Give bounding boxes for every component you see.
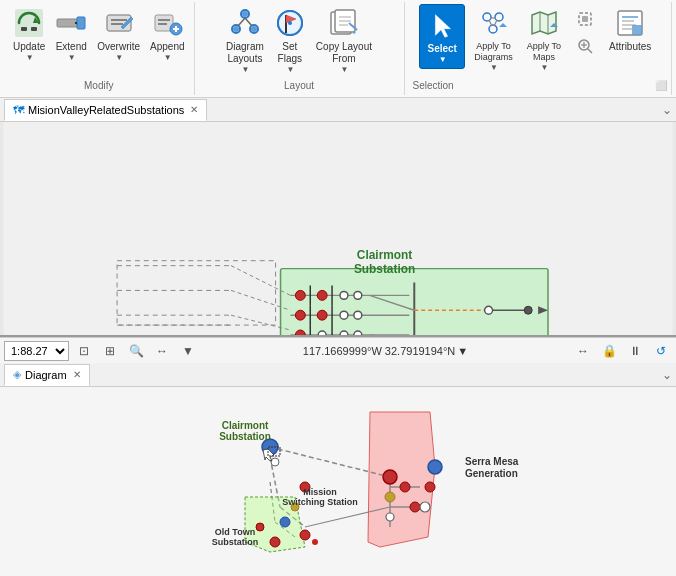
svg-point-119: [400, 482, 410, 492]
zoom-icon: [575, 36, 595, 56]
svg-point-75: [295, 310, 305, 320]
extend-icon: [55, 7, 87, 39]
overwrite-icon: [103, 7, 135, 39]
bottom-tab-expand[interactable]: ⌄: [662, 368, 672, 382]
pan-icon: [575, 9, 595, 29]
attributes-button[interactable]: Attributes: [604, 4, 656, 56]
svg-rect-58: [632, 25, 642, 35]
diagram-layouts-button[interactable]: Diagram Layouts ▼: [221, 4, 269, 77]
apply-to-diagrams-icon: [477, 7, 509, 39]
svg-point-128: [312, 539, 318, 545]
lock-scale-button[interactable]: 🔒: [598, 340, 620, 362]
apply-to-maps-button[interactable]: Apply To Maps ▼: [522, 4, 566, 75]
top-coordinates-display[interactable]: 117.1669999°W 32.7919194°N ▼: [203, 345, 568, 357]
svg-point-124: [256, 523, 264, 531]
mision-valley-tab-close[interactable]: ✕: [190, 104, 198, 115]
svg-rect-48: [582, 16, 588, 22]
svg-marker-43: [499, 23, 507, 27]
svg-point-38: [495, 13, 503, 21]
apply-maps-dropdown[interactable]: ▼: [540, 63, 548, 72]
diagram-tab[interactable]: ◈ Diagram ✕: [4, 364, 90, 386]
apply-to-diagrams-label: Apply To Diagrams: [474, 41, 513, 63]
svg-rect-2: [31, 27, 37, 31]
svg-text:Switching Station: Switching Station: [282, 497, 358, 507]
select-button[interactable]: Select ▼: [419, 4, 465, 69]
selection-expand-button[interactable]: ⬜: [655, 80, 667, 91]
svg-point-69: [295, 290, 305, 300]
append-dropdown-arrow[interactable]: ▼: [164, 53, 172, 62]
update-button[interactable]: Update ▼: [8, 4, 50, 65]
svg-point-39: [489, 25, 497, 33]
svg-point-85: [340, 331, 348, 335]
select-label: Select: [427, 43, 456, 55]
svg-text:Substation: Substation: [219, 431, 271, 442]
svg-point-73: [340, 291, 348, 299]
mision-valley-tab-label: MisionValleyRelatedSubstations: [28, 104, 184, 116]
diagram-tab-close[interactable]: ✕: [73, 369, 81, 380]
record-button[interactable]: ⏸: [624, 340, 646, 362]
ribbon-content: Update ▼ Extend ▼: [0, 0, 676, 97]
top-coord-dropdown[interactable]: ▼: [457, 345, 468, 357]
svg-rect-102: [0, 387, 676, 576]
svg-line-20: [245, 18, 252, 26]
svg-text:Mission: Mission: [303, 487, 337, 497]
diagram-layouts-icon: [229, 7, 261, 39]
svg-text:Substation: Substation: [212, 537, 259, 547]
extend-button[interactable]: Extend ▼: [50, 4, 92, 65]
append-icon: [151, 7, 183, 39]
zoom-button[interactable]: [570, 33, 600, 59]
diagram-tab-label: Diagram: [25, 369, 67, 381]
svg-point-127: [270, 537, 280, 547]
svg-point-118: [386, 513, 394, 521]
apply-to-diagrams-button[interactable]: Apply To Diagrams ▼: [469, 4, 518, 75]
svg-text:Generation: Generation: [465, 468, 518, 479]
svg-point-117: [385, 492, 395, 502]
pan-button[interactable]: [570, 6, 600, 32]
svg-point-83: [318, 331, 326, 335]
refresh-button-top[interactable]: ↺: [650, 340, 672, 362]
svg-text:Old Town: Old Town: [215, 527, 255, 537]
overwrite-dropdown-arrow[interactable]: ▼: [115, 53, 123, 62]
overwrite-label: Overwrite: [97, 41, 140, 53]
svg-text:Serra Mesa: Serra Mesa: [465, 456, 519, 467]
top-zoom-select[interactable]: 1:88.27: [4, 341, 69, 361]
svg-point-125: [280, 517, 290, 527]
svg-rect-3: [57, 19, 77, 27]
append-button[interactable]: Append ▼: [145, 4, 189, 65]
apply-diagrams-dropdown[interactable]: ▼: [490, 63, 498, 72]
sync-button-top[interactable]: ↔: [572, 340, 594, 362]
attributes-label: Attributes: [609, 41, 651, 53]
svg-point-80: [354, 311, 362, 319]
svg-point-120: [410, 502, 420, 512]
svg-text:Clairmont: Clairmont: [222, 420, 269, 431]
update-dropdown-arrow[interactable]: ▼: [26, 53, 34, 62]
small-icons-stack: [570, 4, 600, 77]
modify-group-label: Modify: [4, 80, 194, 91]
layout-group-label: Layout: [195, 80, 404, 91]
svg-point-22: [233, 26, 239, 32]
svg-point-21: [242, 11, 248, 17]
zoom-extent-button[interactable]: ⊡: [73, 340, 95, 362]
set-flags-button[interactable]: Set Flags ▼: [269, 4, 311, 77]
set-flags-dropdown[interactable]: ▼: [286, 65, 294, 74]
overwrite-button[interactable]: Overwrite ▼: [92, 4, 145, 65]
svg-point-27: [288, 21, 292, 25]
navigate-button[interactable]: ↔: [151, 340, 173, 362]
extend-label: Extend: [56, 41, 87, 53]
svg-point-113: [271, 458, 279, 466]
svg-text:Clairmont: Clairmont: [357, 248, 412, 262]
zoom-in-button[interactable]: 🔍: [125, 340, 147, 362]
more-tools-button[interactable]: ▼: [177, 340, 199, 362]
diagram-layouts-dropdown[interactable]: ▼: [241, 65, 249, 74]
select-dropdown[interactable]: ▼: [439, 55, 447, 64]
copy-layout-button[interactable]: Copy Layout From ▼: [311, 4, 377, 77]
extend-dropdown-arrow[interactable]: ▼: [68, 53, 76, 62]
full-extent-button[interactable]: ⊞: [99, 340, 121, 362]
svg-point-116: [383, 470, 397, 484]
copy-layout-dropdown[interactable]: ▼: [340, 65, 348, 74]
set-flags-icon: [274, 7, 306, 39]
top-tab-expand[interactable]: ⌄: [662, 103, 672, 117]
mision-valley-tab[interactable]: 🗺 MisionValleyRelatedSubstations ✕: [4, 99, 207, 121]
update-label: Update: [13, 41, 45, 53]
svg-point-23: [251, 26, 257, 32]
